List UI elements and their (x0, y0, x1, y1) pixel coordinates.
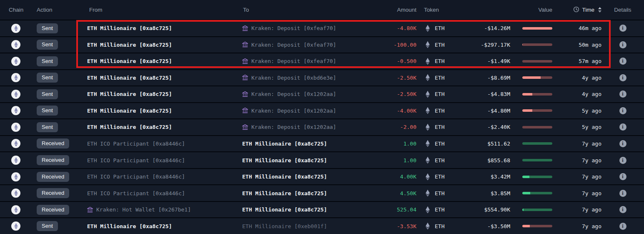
from-entity[interactable]: ETH Millionaire [0xa8c725] (87, 91, 172, 97)
info-icon[interactable]: i (619, 91, 626, 98)
value-bar (522, 27, 552, 30)
value-bar (522, 76, 552, 79)
table-row[interactable]: Received ETH ICO Participant [0xa8446c] (0, 184, 644, 201)
table-row[interactable]: Received ETH ICO Participant [0xa8446c] (0, 135, 644, 152)
value-bar (522, 225, 552, 227)
table-row[interactable]: Sent ETH Millionaire [0xa8c725] (0, 217, 644, 234)
kraken-bank-icon (242, 108, 248, 113)
time-ago: 5y ago (582, 124, 601, 130)
eth-token-icon (425, 173, 430, 181)
action-badge: Sent (37, 56, 58, 66)
to-entity[interactable]: Kraken: Deposit [0x1202aa] (242, 108, 336, 114)
info-icon[interactable]: i (619, 74, 626, 81)
table-row[interactable]: Sent ETH Millionaire [0xa8c725] (0, 53, 644, 69)
token-symbol: ETH (435, 223, 444, 229)
table-row[interactable]: Sent ETH Millionaire [0xa8c725] (0, 36, 644, 53)
action-badge: Received (37, 188, 69, 198)
table-row[interactable]: Sent ETH Millionaire [0xa8c725] (0, 118, 644, 135)
action-badge: Received (37, 138, 69, 148)
table-row[interactable]: Received ETH ICO Participant [0xa8446c] (0, 151, 644, 168)
value-bar (522, 126, 552, 128)
time-ago: 4y ago (582, 75, 601, 81)
info-icon[interactable]: i (619, 123, 626, 131)
to-entity[interactable]: ETH Millionaire [0xa8c725] (242, 190, 327, 196)
action-badge: Sent (37, 23, 58, 33)
from-entity[interactable]: ETH Millionaire [0xa8c725] (87, 108, 172, 114)
info-icon[interactable]: i (619, 173, 626, 180)
from-entity[interactable]: ETH Millionaire [0xa8c725] (87, 124, 172, 130)
to-entity[interactable]: ETH Millionaire [0xa8c725] (242, 174, 327, 180)
to-entity[interactable]: Kraken: Deposit [0xbd6e3e] (242, 75, 336, 81)
ethereum-chain-icon (11, 156, 20, 165)
token-symbol: ETH (435, 42, 444, 48)
from-entity[interactable]: ETH Millionaire [0xa8c725] (87, 42, 172, 48)
ethereum-chain-icon (11, 24, 20, 33)
to-entity[interactable]: ETH Millionaire [0xa8c725] (242, 157, 327, 164)
from-entity[interactable]: ETH ICO Participant [0xa8446c] (87, 190, 185, 196)
to-entity[interactable]: ETH Millionaire [0xa8c725] (242, 141, 327, 147)
info-icon[interactable]: i (619, 107, 626, 114)
info-icon[interactable]: i (619, 157, 626, 164)
info-icon[interactable]: i (619, 223, 626, 230)
kraken-bank-icon (242, 42, 248, 48)
from-entity[interactable]: ETH Millionaire [0xa8c725] (87, 58, 172, 64)
info-icon[interactable]: i (619, 206, 626, 213)
from-entity[interactable]: ETH Millionaire [0xa8c725] (87, 75, 172, 81)
table-row[interactable]: Sent ETH Millionaire [0xa8c725] (0, 69, 644, 86)
token-symbol: ETH (435, 58, 444, 64)
to-entity[interactable]: Kraken: Deposit [0xfeaf70] (242, 58, 336, 64)
time-ago: 50m ago (579, 42, 601, 48)
info-icon[interactable]: i (619, 58, 626, 65)
usd-value: -$4.83M (459, 91, 510, 97)
ethereum-chain-icon (11, 172, 20, 181)
from-entity[interactable]: ETH ICO Participant [0xa8446c] (87, 174, 185, 180)
from-entity[interactable]: ETH ICO Participant [0xa8446c] (87, 141, 185, 147)
info-icon[interactable]: i (619, 190, 626, 197)
usd-value: -$3.50M (459, 223, 510, 229)
table-row[interactable]: Received Kraken: Hot Wallet [0x267be1] (0, 201, 644, 218)
kraken-bank-icon (242, 25, 248, 31)
to-entity[interactable]: Kraken: Deposit [0xfeaf70] (242, 25, 336, 31)
to-entity[interactable]: Kraken: Deposit [0x1202aa] (242, 124, 336, 130)
ethereum-chain-icon (11, 73, 20, 82)
info-icon[interactable]: i (619, 140, 626, 147)
time-ago: 7y ago (582, 206, 601, 213)
usd-value: $554.90K (459, 206, 510, 213)
action-badge: Sent (37, 122, 58, 132)
clock-icon (573, 6, 579, 14)
to-entity[interactable]: Kraken: Deposit [0x1202aa] (242, 91, 336, 97)
time-ago: 7y ago (582, 157, 601, 164)
info-icon[interactable]: i (619, 41, 626, 48)
table-row[interactable]: Received ETH ICO Participant [0xa8446c] (0, 168, 644, 185)
to-entity[interactable]: Kraken: Deposit [0xfeaf70] (242, 42, 336, 48)
kraken-bank-icon (242, 124, 248, 130)
from-entity[interactable]: ETH Millionaire [0xa8c725] (87, 25, 172, 31)
to-entity[interactable]: ETH Millionaire [0xeb001f] (242, 223, 327, 229)
token-symbol: ETH (435, 124, 444, 130)
table-row[interactable]: Sent ETH Millionaire [0xa8c725] (0, 20, 644, 36)
time-ago: 7y ago (582, 141, 601, 147)
eth-token-icon (425, 107, 430, 114)
value-bar (522, 176, 552, 178)
from-entity[interactable]: ETH Millionaire [0xa8c725] (87, 223, 172, 229)
header-token: Token (418, 0, 459, 20)
table-header: Chain Action From To Amount Token Value … (0, 0, 644, 20)
info-icon[interactable]: i (619, 25, 626, 32)
to-entity[interactable]: ETH Millionaire [0xa8c725] (242, 206, 327, 213)
time-sort-control[interactable]: Time (573, 6, 602, 14)
value-bar (522, 142, 552, 145)
table-row[interactable]: Sent ETH Millionaire [0xa8c725] (0, 86, 644, 102)
amount-value: 525.04 (397, 206, 416, 213)
header-from: From (79, 0, 234, 20)
amount-value: -4.80K (397, 25, 416, 31)
from-entity[interactable]: ETH ICO Participant [0xa8446c] (87, 157, 185, 164)
amount-value: -2.50K (397, 75, 416, 81)
action-badge: Sent (37, 73, 58, 83)
usd-value: $855.68 (459, 157, 510, 164)
table-row[interactable]: Sent ETH Millionaire [0xa8c725] (0, 102, 644, 119)
action-badge: Received (37, 172, 69, 182)
amount-value: -100.00 (393, 42, 416, 48)
time-ago: 46m ago (579, 25, 601, 31)
from-entity[interactable]: Kraken: Hot Wallet [0x267be1] (87, 206, 191, 213)
eth-token-icon (425, 189, 430, 197)
